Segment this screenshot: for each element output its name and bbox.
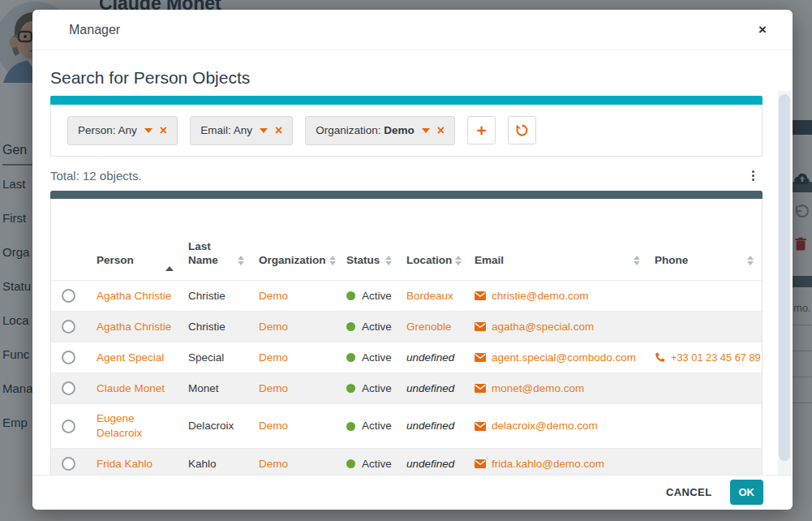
column-header-last-name[interactable]: Last Name xyxy=(182,199,252,280)
chevron-down-icon[interactable] xyxy=(144,128,153,133)
filter-chip-value: Any xyxy=(234,124,252,136)
table-row: Frida KahloKahloDemoActiveundefinedfrida… xyxy=(51,448,762,475)
row-select-cell xyxy=(51,449,90,475)
filter-chip-label: Organization: Demo xyxy=(316,124,415,136)
sort-icon[interactable] xyxy=(455,256,462,267)
email-link[interactable]: frida.kahlo@demo.com xyxy=(492,457,604,471)
column-label: Phone xyxy=(655,253,688,267)
location-undefined: undefined xyxy=(406,351,454,365)
last-name-text: Christie xyxy=(188,289,226,304)
column-header-person[interactable]: Person xyxy=(90,199,182,280)
location-cell: undefined xyxy=(400,449,468,475)
chevron-down-icon[interactable] xyxy=(260,128,268,133)
email-icon xyxy=(475,384,486,393)
status-cell: Active xyxy=(340,281,400,311)
organization-link[interactable]: Demo xyxy=(259,289,288,304)
results-table: PersonLast NameOrganizationStatusLocatio… xyxy=(50,199,763,475)
email-cell: frida.kahlo@demo.com xyxy=(468,449,648,475)
modal-header: Manager × xyxy=(32,10,793,50)
email-cell: delacroix@demo.com xyxy=(468,404,648,448)
last-name-cell: Special xyxy=(182,342,252,372)
location-link[interactable]: Bordeaux xyxy=(406,289,453,304)
cancel-button[interactable]: CANCEL xyxy=(666,486,712,498)
chevron-down-icon[interactable] xyxy=(422,128,430,133)
results-count: Total: 12 objects. xyxy=(50,169,142,183)
refresh-button[interactable] xyxy=(508,116,536,144)
person-link[interactable]: Frida Kahlo xyxy=(97,457,153,471)
filter-chip-person[interactable]: Person: Any× xyxy=(67,116,178,145)
location-link[interactable]: Grenoble xyxy=(406,320,452,334)
email-icon xyxy=(475,422,486,431)
person-link[interactable]: Agatha Christie xyxy=(97,289,171,304)
sort-icon[interactable] xyxy=(238,256,244,267)
sort-icon[interactable] xyxy=(329,256,336,267)
sort-icon[interactable] xyxy=(747,256,754,267)
modal-scrollbar[interactable] xyxy=(778,91,791,475)
column-label: Person xyxy=(97,253,134,267)
email-link[interactable]: agatha@special.com xyxy=(492,320,594,334)
column-header-organization[interactable]: Organization xyxy=(252,199,340,280)
person-cell: Eugene Delacroix xyxy=(90,404,182,448)
column-header-status[interactable]: Status xyxy=(340,199,400,280)
person-cell: Agatha Christie xyxy=(90,312,182,342)
sort-icon[interactable] xyxy=(634,256,640,267)
remove-filter-icon[interactable]: × xyxy=(160,124,167,137)
status-text: Active xyxy=(362,381,392,396)
email-cell: agatha@special.com xyxy=(468,312,648,342)
email-link[interactable]: christie@demo.com xyxy=(492,289,589,304)
phone-cell xyxy=(648,373,762,403)
status-text: Active xyxy=(362,457,392,471)
sort-icon[interactable] xyxy=(385,256,392,267)
add-criterion-button[interactable]: + xyxy=(467,116,496,144)
last-name-text: Kahlo xyxy=(188,457,217,471)
status-cell: Active xyxy=(340,342,400,372)
phone-link[interactable]: +33 01 23 45 67 89 xyxy=(671,351,761,365)
email-link[interactable]: agent.special@combodo.com xyxy=(492,351,636,365)
row-radio[interactable] xyxy=(62,320,75,334)
email-link[interactable]: monet@demo.com xyxy=(492,381,584,396)
organization-cell: Demo xyxy=(252,449,340,475)
filter-chip-organization[interactable]: Organization: Demo× xyxy=(305,116,455,145)
row-radio[interactable] xyxy=(62,351,75,364)
organization-link[interactable]: Demo xyxy=(259,381,288,396)
column-header-email[interactable]: Email xyxy=(468,199,648,280)
row-select-cell xyxy=(51,342,90,372)
status-dot-icon xyxy=(346,353,355,362)
row-radio[interactable] xyxy=(62,381,75,395)
status-cell: Active xyxy=(340,404,400,448)
filter-chip-email[interactable]: Email: Any× xyxy=(190,116,293,145)
status-dot-icon xyxy=(346,322,355,331)
row-radio[interactable] xyxy=(62,289,75,303)
organization-link[interactable]: Demo xyxy=(259,320,288,334)
person-link[interactable]: Eugene Delacroix xyxy=(97,411,175,441)
column-label: Organization xyxy=(259,253,326,267)
location-cell: Bordeaux xyxy=(400,281,468,311)
organization-cell: Demo xyxy=(252,281,340,311)
close-icon[interactable]: × xyxy=(758,23,767,37)
organization-link[interactable]: Demo xyxy=(259,351,288,365)
row-select-cell xyxy=(51,373,90,403)
table-row: Claude MonetMonetDemoActiveundefinedmone… xyxy=(51,372,762,403)
status-text: Active xyxy=(362,351,392,365)
column-header-phone[interactable]: Phone xyxy=(648,199,762,280)
kebab-menu-icon[interactable] xyxy=(744,167,763,184)
scrollbar-thumb[interactable] xyxy=(779,94,790,461)
organization-cell: Demo xyxy=(252,342,340,372)
location-cell: undefined xyxy=(400,373,468,403)
filter-chip-value: Any xyxy=(118,124,137,136)
remove-filter-icon[interactable]: × xyxy=(437,124,445,137)
email-link[interactable]: delacroix@demo.com xyxy=(492,419,598,433)
sort-ascending-icon[interactable] xyxy=(165,253,174,267)
status-text: Active xyxy=(362,320,392,334)
ok-button[interactable]: OK xyxy=(730,480,764,505)
person-link[interactable]: Agent Special xyxy=(97,351,164,365)
organization-link[interactable]: Demo xyxy=(259,419,288,433)
row-radio[interactable] xyxy=(62,420,75,433)
person-link[interactable]: Agatha Christie xyxy=(97,320,171,334)
filter-chip-label: Person: Any xyxy=(78,124,137,136)
row-radio[interactable] xyxy=(62,457,75,471)
remove-filter-icon[interactable]: × xyxy=(275,124,282,137)
column-header-location[interactable]: Location xyxy=(400,199,468,280)
organization-link[interactable]: Demo xyxy=(259,457,288,471)
person-link[interactable]: Claude Monet xyxy=(97,381,165,396)
